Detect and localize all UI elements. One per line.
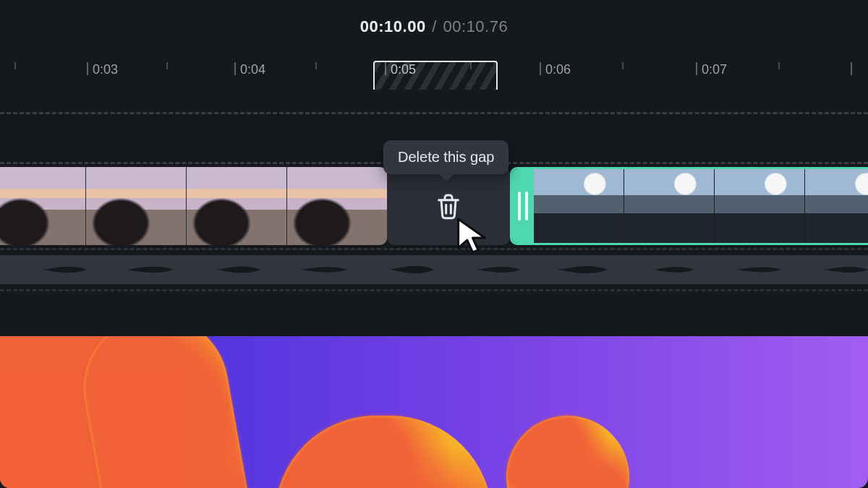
clip-thumbnail: [287, 167, 387, 245]
timeline-tracks: [0, 112, 868, 291]
clip-thumbnail: [715, 169, 804, 243]
ruler-tick: [87, 62, 88, 75]
ruler-tick: [234, 62, 236, 75]
clip-thumbnail: [534, 169, 624, 243]
drag-handle-icon: [518, 192, 521, 221]
tooltip-text: Delete this gap: [398, 149, 494, 165]
ruler-tick: [696, 62, 697, 75]
decorative-graphic: [0, 336, 868, 488]
ruler-label: 0:05: [391, 62, 416, 77]
lane-divider: [0, 248, 868, 250]
decorative-blob: [275, 416, 492, 488]
video-clip-a[interactable]: [0, 167, 387, 245]
ruler-tick-minor: [315, 62, 317, 69]
ruler-label: 0:06: [545, 62, 571, 77]
editor-stage: 00:10.00 / 00:10.76 0:03 0:04 0:05 0:06 …: [0, 0, 868, 488]
timecode-separator: /: [430, 17, 438, 35]
clip-thumbnails: [0, 167, 387, 245]
video-track-lane[interactable]: [0, 167, 868, 245]
delete-gap-tooltip: Delete this gap: [383, 140, 509, 174]
ruler-tick: [540, 62, 541, 75]
ruler-tick-minor: [166, 62, 168, 69]
drag-handle-icon: [525, 192, 528, 221]
playhead-timecode: 00:10.00 / 00:10.76: [0, 17, 868, 36]
ruler-tick-minor: [622, 62, 624, 69]
ruler-label: 0:04: [240, 62, 265, 77]
decorative-blob: [506, 416, 629, 488]
timecode-total: 00:10.76: [443, 17, 509, 35]
audio-waveform: [0, 255, 868, 284]
decorative-blob: [72, 336, 275, 488]
ruler-label: 0:03: [93, 62, 118, 77]
audio-track-lane[interactable]: [0, 248, 868, 291]
clip-thumbnail: [86, 167, 186, 245]
clip-thumbnail: [187, 167, 286, 245]
video-clip-b[interactable]: [510, 167, 868, 245]
ruler-label: 0:07: [702, 62, 727, 77]
clip-thumbnails: [534, 169, 868, 243]
clip-thumbnail: [624, 169, 714, 243]
lane-divider: [0, 289, 868, 291]
ruler-tick-minor: [14, 62, 16, 69]
clip-thumbnail: [0, 167, 85, 245]
timecode-current: 00:10.00: [360, 17, 426, 35]
trash-icon[interactable]: [434, 192, 463, 221]
ruler-tick-minor: [778, 62, 780, 69]
ruler-tick: [851, 62, 852, 75]
clip-thumbnail: [805, 169, 868, 243]
clip-trim-handle[interactable]: [512, 169, 534, 243]
